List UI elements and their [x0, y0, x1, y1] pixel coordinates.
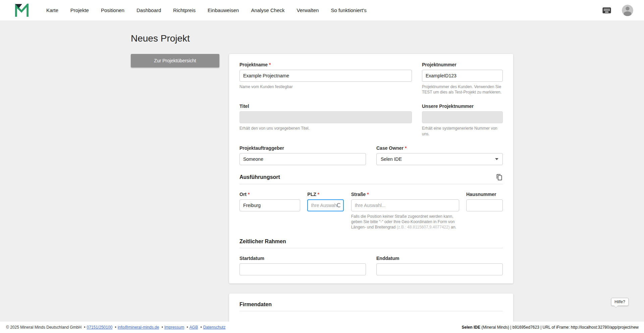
- firmendaten-heading: Firmendaten: [239, 302, 272, 308]
- nav-item-analyse-check[interactable]: Analyse Check: [251, 7, 284, 13]
- plz-input-wrap: [307, 199, 344, 211]
- footer-link-agb[interactable]: AGB: [190, 325, 198, 330]
- top-navbar: Karte Projekte Positionen Dashboard Rich…: [0, 0, 644, 20]
- project-overview-button[interactable]: Zur Projektübersicht: [131, 54, 219, 67]
- hausnummer-label: Hausnummer: [466, 192, 503, 197]
- case-owner-select[interactable]: Selen IDE: [376, 153, 503, 165]
- strasse-field: Straße* Falls die Position keiner Straße…: [351, 192, 459, 230]
- strasse-helper-example: (z.B.: 48.8115607,9.4077422): [397, 225, 450, 229]
- nav-item-richtpreis[interactable]: Richtpreis: [173, 7, 196, 13]
- strasse-helper: Falls die Position keiner Straße zugeord…: [351, 214, 459, 230]
- left-column: Zur Projektübersicht: [131, 54, 229, 67]
- startdatum-field: Startdatum: [239, 256, 366, 275]
- unsere-projektnummer-field: Unsere Projektnummer Erhält eine systemg…: [422, 104, 503, 136]
- footer-link-datenschutz[interactable]: Datenschutz: [203, 325, 226, 330]
- case-owner-label-text: Case Owner: [376, 145, 404, 151]
- footer-link-email[interactable]: info@mineral-minds.de: [118, 325, 159, 330]
- copyright-text: © 2025 Mineral Minds Deutschland GmbH: [6, 325, 82, 330]
- ort-label-text: Ort: [239, 192, 247, 197]
- logo-icon: [15, 4, 29, 17]
- footer-session-details: (Mineral Minds) | b91695ed7623 | URL of …: [480, 325, 639, 330]
- navbar-right: [602, 5, 633, 16]
- case-owner-value: Selen IDE: [381, 156, 402, 162]
- projektauftraggeber-label: Projektauftraggeber: [239, 145, 366, 151]
- bullet-separator: •: [84, 325, 85, 330]
- projektname-label-text: Projektname: [239, 62, 268, 67]
- bullet-separator: •: [200, 325, 202, 330]
- footer-user-name: Selen IDE: [462, 325, 480, 330]
- nav-item-dashboard[interactable]: Dashboard: [137, 7, 161, 13]
- projektname-helper: Name vom Kunden festlegbar: [239, 84, 412, 89]
- required-marker: *: [318, 192, 319, 197]
- enddatum-input[interactable]: [376, 263, 503, 275]
- ort-field: Ort*: [239, 192, 300, 230]
- zeitlicher-rahmen-section-header: Zeitlicher Rahmen: [239, 239, 503, 245]
- case-owner-label: Case Owner*: [376, 145, 503, 151]
- form-row-auftraggeber-owner: Projektauftraggeber Case Owner* Selen ID…: [239, 145, 503, 165]
- copy-icon[interactable]: [496, 174, 503, 181]
- projektname-label: Projektname*: [239, 62, 412, 67]
- nav-item-einbauweisen[interactable]: Einbauweisen: [208, 7, 239, 13]
- page-footer: © 2025 Mineral Minds Deutschland GmbH •0…: [0, 322, 644, 333]
- bullet-separator: •: [115, 325, 116, 330]
- footer-link-impressum[interactable]: Impressum: [164, 325, 184, 330]
- footer-left: © 2025 Mineral Minds Deutschland GmbH •0…: [6, 325, 225, 330]
- plz-label: PLZ*: [307, 192, 344, 197]
- ausfuehrungsort-heading: Ausführungsort: [239, 174, 280, 180]
- zeitlicher-rahmen-heading: Zeitlicher Rahmen: [239, 239, 286, 245]
- nav-item-positionen[interactable]: Positionen: [101, 7, 124, 13]
- unsere-projektnummer-label: Unsere Projektnummer: [422, 104, 503, 109]
- divider: [239, 311, 503, 311]
- footer-link-phone[interactable]: 07151/250100: [87, 325, 113, 330]
- hausnummer-field: Hausnummer: [466, 192, 503, 230]
- case-owner-field: Case Owner* Selen IDE: [376, 145, 503, 165]
- unsere-projektnummer-input: [422, 111, 503, 123]
- form-row-dates: Startdatum Enddatum: [239, 256, 503, 275]
- divider: [239, 248, 503, 248]
- enddatum-field: Enddatum: [376, 256, 503, 275]
- projektnummer-field: Projektnummer Projektnummer des Kunden. …: [422, 62, 503, 95]
- ort-input[interactable]: [239, 199, 300, 211]
- nav-item-verwalten[interactable]: Verwalten: [297, 7, 319, 13]
- plz-field: PLZ*: [307, 192, 344, 230]
- hausnummer-input[interactable]: [466, 199, 503, 211]
- firmendaten-section-header: Firmendaten: [239, 302, 503, 308]
- keyboard-icon[interactable]: [602, 5, 612, 15]
- strasse-input[interactable]: [351, 199, 459, 211]
- projektname-input[interactable]: [239, 70, 412, 82]
- projektnummer-helper: Projektnummer des Kunden. Verwenden Sie …: [422, 84, 503, 95]
- nav-item-so-funktionierts[interactable]: So funktioniert's: [331, 7, 366, 13]
- required-marker: *: [248, 192, 250, 197]
- projektauftraggeber-input[interactable]: [239, 153, 366, 165]
- plz-label-text: PLZ: [307, 192, 316, 197]
- bullet-separator: •: [187, 325, 188, 330]
- mineral-minds-logo[interactable]: [15, 4, 29, 17]
- startdatum-input[interactable]: [239, 263, 366, 275]
- strasse-label-text: Straße: [351, 192, 366, 197]
- projektauftraggeber-field: Projektauftraggeber: [239, 145, 366, 165]
- project-form-card: Projektname* Name vom Kunden festlegbar …: [229, 54, 513, 283]
- form-row-titel: Titel Erhält den von uns vorgegebenen Ti…: [239, 104, 503, 136]
- strasse-label: Straße*: [351, 192, 459, 197]
- nav-item-karte[interactable]: Karte: [46, 7, 58, 13]
- main-content: Neues Projekt Zur Projektübersicht Proje…: [131, 20, 513, 333]
- footer-session-info: Selen IDE (Mineral Minds) | b91695ed7623…: [462, 325, 639, 330]
- form-row-address: Ort* PLZ* Straße* Falls die Position kei…: [239, 192, 503, 230]
- required-marker: *: [269, 62, 271, 67]
- strasse-helper-end: an.: [450, 225, 457, 229]
- chevron-down-icon: [495, 158, 498, 160]
- main-nav: Karte Projekte Positionen Dashboard Rich…: [46, 7, 602, 13]
- titel-helper: Erhält den von uns vorgegebenen Titel.: [239, 126, 412, 131]
- avatar[interactable]: [622, 5, 633, 16]
- required-marker: *: [405, 145, 407, 151]
- form-row-name-number: Projektname* Name vom Kunden festlegbar …: [239, 62, 503, 95]
- projektname-field: Projektname* Name vom Kunden festlegbar: [239, 62, 412, 95]
- divider: [239, 184, 503, 184]
- projektnummer-input[interactable]: [422, 70, 503, 82]
- nav-item-projekte[interactable]: Projekte: [70, 7, 89, 13]
- enddatum-label: Enddatum: [376, 256, 503, 261]
- loading-spinner-icon: [337, 203, 341, 207]
- titel-field: Titel Erhält den von uns vorgegebenen Ti…: [239, 104, 412, 136]
- bullet-separator: •: [162, 325, 163, 330]
- help-button[interactable]: Hilfe?: [611, 298, 629, 306]
